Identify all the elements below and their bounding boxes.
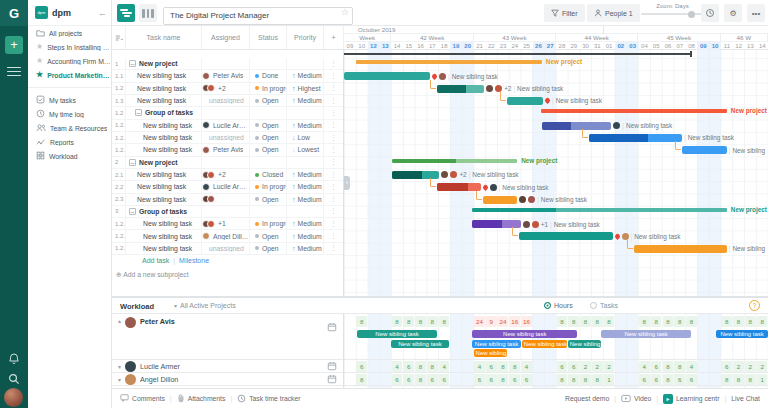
status-cell[interactable] <box>250 157 287 168</box>
col-task-name[interactable]: Task name <box>126 26 202 49</box>
hours-cell[interactable]: 9 <box>486 316 497 327</box>
hours-cell[interactable]: 8 <box>415 361 426 372</box>
hours-cell[interactable]: 4 <box>639 361 650 372</box>
task-row[interactable]: 1.2.1New sibling task+1In progress↑Mediu… <box>112 218 344 230</box>
hours-cell[interactable]: 8 <box>745 374 756 385</box>
status-cell[interactable]: Open <box>250 132 287 143</box>
hours-cell[interactable]: 2 <box>757 361 768 372</box>
hours-cell[interactable]: 4 <box>474 361 485 372</box>
status-cell[interactable] <box>250 107 287 118</box>
task-name-cell[interactable]: –Group of tasks <box>126 107 202 118</box>
add-task-link[interactable]: Add task <box>142 257 169 264</box>
task-bar[interactable] <box>483 196 517 204</box>
workload-task-bar[interactable]: New sibling task <box>472 340 520 348</box>
workload-task-bar[interactable]: New sibling task <box>716 330 768 338</box>
row-menu-button[interactable]: ⋮ <box>324 132 344 143</box>
project-title-input[interactable] <box>163 7 353 25</box>
task-row[interactable]: 1.1New sibling taskPeter AvisDone↑Medium… <box>112 70 344 82</box>
status-cell[interactable]: Open <box>250 243 287 254</box>
row-menu-button[interactable]: ⋮ <box>324 83 344 94</box>
calendar-icon[interactable] <box>327 361 337 372</box>
workload-person-row[interactable]: ▴Peter Avis <box>112 314 343 360</box>
hours-cell[interactable]: 6 <box>403 374 414 385</box>
hours-cell[interactable]: 8 <box>639 316 650 327</box>
row-menu-button[interactable]: ⋮ <box>324 95 344 106</box>
hours-cell[interactable]: 6 <box>721 361 732 372</box>
expand-caret-icon[interactable]: ▴ <box>118 317 121 324</box>
workload-project-filter[interactable]: ▾All Active Projects <box>174 302 236 309</box>
task-bar[interactable] <box>437 85 484 93</box>
assigned-cell[interactable]: unassigned <box>202 132 250 143</box>
task-row[interactable]: 1.2New sibling task+2In progress↑Highest… <box>112 83 344 95</box>
task-name-cell[interactable]: New sibling task <box>126 194 202 205</box>
status-cell[interactable] <box>250 206 287 217</box>
calendar-icon[interactable] <box>327 374 337 385</box>
sidebar-item-all-projects[interactable]: All projects <box>28 26 111 40</box>
hours-cell[interactable]: 8 <box>674 316 685 327</box>
hours-cell[interactable]: 8 <box>604 316 615 327</box>
assigned-cell[interactable] <box>202 194 250 205</box>
hours-cell[interactable]: 8 <box>415 374 426 385</box>
hours-cell[interactable]: 8 <box>663 374 674 385</box>
row-menu-button[interactable]: ⋮ <box>324 218 344 229</box>
assigned-cell[interactable]: +2 <box>202 83 250 94</box>
footer-task-time-tracker[interactable]: Task time tracker <box>237 394 300 404</box>
task-row[interactable]: 1.2.1New sibling taskLucile ArmerOpen↑Me… <box>112 120 344 132</box>
row-menu-button[interactable]: ⋮ <box>324 169 344 180</box>
hours-cell[interactable]: 8 <box>733 374 744 385</box>
bell-icon[interactable] <box>7 352 21 366</box>
hours-cell[interactable]: 8 <box>592 374 603 385</box>
add-column-button[interactable]: + <box>324 26 344 49</box>
summary-bar[interactable] <box>356 60 542 64</box>
task-row[interactable]: 2–New project⋮ <box>112 157 344 169</box>
status-cell[interactable]: In progress <box>250 181 287 192</box>
hours-cell[interactable]: 2 <box>580 361 591 372</box>
filter-button[interactable]: Filter <box>544 4 585 22</box>
hours-cell[interactable]: 2 <box>733 361 744 372</box>
task-name-cell[interactable]: New sibling task <box>126 70 202 81</box>
sidebar-item-reports[interactable]: Reports <box>28 135 111 149</box>
footer-live-chat[interactable]: Live Chat <box>731 395 760 402</box>
workload-task-bar[interactable]: New sibling task <box>601 330 692 338</box>
assigned-cell[interactable]: Lucile Armer <box>202 120 250 131</box>
footer-learning-centr[interactable]: ▸Learning centr <box>663 394 719 404</box>
priority-cell[interactable]: ↑Medium <box>287 120 324 131</box>
hours-cell[interactable]: 8 <box>745 316 756 327</box>
task-row[interactable]: 1.3New sibling taskunassignedOpen↑Medium… <box>112 95 344 107</box>
assigned-cell[interactable]: Lucile Armer <box>202 181 250 192</box>
hours-cell[interactable]: 6 <box>439 374 450 385</box>
workload-task-bar[interactable]: New sibling... <box>474 349 507 357</box>
search-icon[interactable] <box>7 372 21 386</box>
hours-cell[interactable]: 1 <box>757 374 768 385</box>
hours-cell[interactable]: 4 <box>392 361 403 372</box>
hours-cell[interactable]: 8 <box>592 316 603 327</box>
hours-cell[interactable]: 6 <box>474 374 485 385</box>
task-row[interactable]: 2.1New sibling task+2Closed↑Medium⋮ <box>112 169 344 181</box>
priority-cell[interactable]: ↑Medium <box>287 95 324 106</box>
calendar-icon[interactable] <box>327 322 337 333</box>
zoom-control[interactable]: Zoom: Days <box>641 3 704 15</box>
workload-person-row[interactable]: ▾Angel Dillon <box>112 373 343 386</box>
priority-cell[interactable]: ↑Medium <box>287 194 324 205</box>
task-bar[interactable] <box>437 183 481 191</box>
collapse-box[interactable]: – <box>129 159 136 166</box>
footer-attachments[interactable]: Attachments <box>177 394 226 404</box>
task-row[interactable]: 1.2–Group of tasks⋮ <box>112 107 344 119</box>
expand-caret-icon[interactable]: ▾ <box>118 363 121 370</box>
priority-cell[interactable] <box>287 107 324 118</box>
milestone-link[interactable]: Milestone <box>179 257 209 264</box>
row-menu-button[interactable]: ⋮ <box>324 157 344 168</box>
hours-cell[interactable]: 6 <box>686 374 697 385</box>
workload-person-row[interactable]: ▾Lucile Armer <box>112 360 343 373</box>
hours-radio[interactable]: Hours <box>544 302 573 309</box>
task-row[interactable]: 1–New project⋮ <box>112 58 344 70</box>
workload-task-bar[interactable]: New sibling task <box>357 330 437 338</box>
hours-cell[interactable]: 8 <box>721 374 732 385</box>
status-cell[interactable]: Open <box>250 144 287 155</box>
hours-cell[interactable]: 8 <box>580 316 591 327</box>
row-menu-button[interactable]: ⋮ <box>324 206 344 217</box>
assigned-cell[interactable] <box>202 206 250 217</box>
summary-bar[interactable] <box>472 208 726 212</box>
settings-gear-button[interactable]: ⚙ <box>724 4 742 22</box>
sidebar-item-my-time-log[interactable]: My time log <box>28 107 111 121</box>
